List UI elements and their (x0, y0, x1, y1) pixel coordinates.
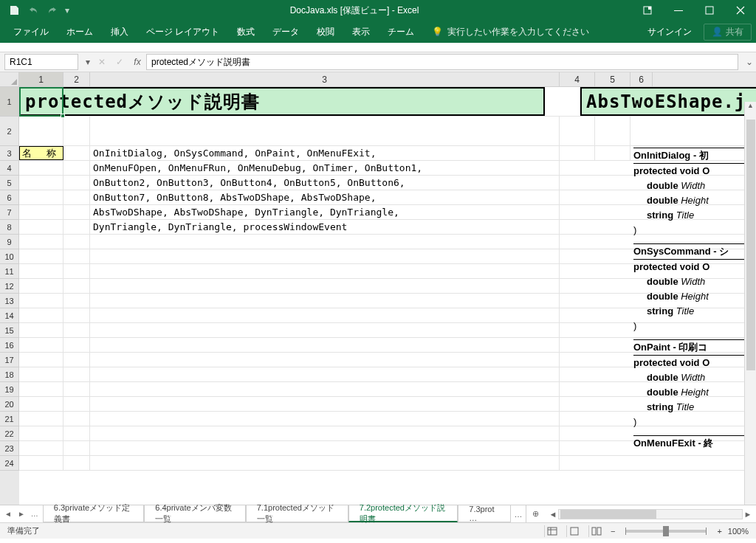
row-header[interactable]: 13 (0, 294, 19, 308)
insert-function-icon[interactable]: fx (128, 57, 146, 67)
cell[interactable] (90, 353, 560, 367)
code-close[interactable]: ) (633, 223, 752, 238)
row-header[interactable]: 4 (0, 161, 19, 176)
cell[interactable] (19, 117, 63, 145)
cell[interactable] (19, 323, 63, 337)
tell-me-search[interactable]: 💡 実行したい作業を入力してください (432, 26, 589, 38)
row-header[interactable]: 19 (0, 382, 19, 397)
tab-review[interactable]: 校閲 (308, 21, 343, 43)
row-header[interactable]: 15 (0, 323, 19, 338)
cell-title-right[interactable]: AbsTwoEShape.j (580, 87, 756, 116)
cell[interactable] (90, 279, 560, 293)
name-box-dropdown-icon[interactable]: ▾ (83, 57, 93, 67)
cell[interactable] (63, 146, 90, 160)
cell-method-line[interactable]: AbsTwoDShape, AbsTwoDShape, DynTriangle,… (90, 205, 560, 219)
row-header[interactable]: 17 (0, 353, 19, 367)
cell[interactable] (19, 367, 63, 381)
code-close[interactable]: ) (633, 319, 752, 333)
row-header[interactable]: 22 (0, 426, 19, 441)
minimize-icon[interactable] (663, 0, 694, 21)
name-box[interactable]: R1C1 (4, 54, 78, 70)
cell-label-name[interactable]: 名 称 (19, 146, 63, 160)
code-head[interactable]: OnMenuFExit - 終 (633, 435, 752, 451)
cell[interactable] (63, 294, 90, 308)
horizontal-scrollbar-thumb[interactable] (560, 510, 656, 519)
new-sheet-icon[interactable]: ⊕ (526, 505, 545, 522)
cell[interactable] (63, 264, 90, 278)
cell[interactable] (63, 367, 90, 381)
sheet-tab-active[interactable]: 7.2protectedメソッド説明書 (348, 505, 458, 522)
row-header[interactable]: 2 (0, 117, 19, 146)
cell[interactable] (90, 308, 560, 322)
cell-method-line[interactable]: OnMenuFOpen, OnMenuFRun, OnMenuDebug, On… (90, 161, 560, 175)
code-head[interactable]: OnPaint - 印刷コ (633, 339, 752, 356)
cell[interactable] (63, 426, 90, 440)
cell[interactable] (595, 146, 630, 160)
cell[interactable] (63, 117, 90, 145)
zoom-in-icon[interactable]: + (717, 527, 721, 536)
tab-home[interactable]: ホーム (58, 21, 102, 43)
tab-page-layout[interactable]: ページ レイアウト (137, 21, 228, 43)
formula-bar-expand-icon[interactable]: ⌄ (743, 57, 756, 67)
cell-title-main[interactable]: protectedメソッド説明書 (19, 87, 545, 116)
cell[interactable] (90, 249, 560, 263)
code-decl[interactable]: protected void O (633, 356, 752, 370)
sheet-tab[interactable]: 6.3privateメソッド定義書 (43, 505, 144, 522)
row-header[interactable]: 23 (0, 441, 19, 456)
view-page-break-icon[interactable] (588, 525, 605, 537)
cell[interactable] (19, 353, 63, 367)
row-header[interactable]: 7 (0, 205, 19, 220)
column-header[interactable]: 6 (630, 72, 653, 86)
cell[interactable] (90, 456, 560, 470)
column-header[interactable] (653, 72, 756, 86)
cell[interactable] (19, 279, 63, 293)
sheet-tab[interactable]: 6.4privateメンバ変数一覧 (144, 505, 245, 522)
formula-input[interactable]: protectedメソッド説明書 (146, 54, 738, 70)
cell[interactable] (19, 220, 63, 234)
cell[interactable] (19, 412, 63, 426)
cell-method-line[interactable]: DynTriangle, DynTriangle, processWindowE… (90, 220, 560, 234)
row-header[interactable]: 5 (0, 176, 19, 190)
sheet-tab[interactable]: 7.3prot … (458, 505, 510, 522)
cell[interactable] (19, 235, 63, 249)
vertical-scrollbar[interactable]: ▲ (744, 102, 756, 505)
tab-team[interactable]: チーム (379, 21, 423, 43)
row-header[interactable]: 24 (0, 456, 19, 471)
view-normal-icon[interactable] (544, 525, 560, 537)
row-header[interactable]: 18 (0, 367, 19, 382)
row-header[interactable]: 3 (0, 146, 19, 161)
enter-formula-icon[interactable]: ✓ (111, 57, 128, 67)
cell[interactable] (19, 294, 63, 308)
horizontal-scrollbar[interactable]: ◄ ► (545, 505, 756, 522)
code-head[interactable]: OnSysCommand - シ (633, 243, 752, 260)
view-page-layout-icon[interactable] (566, 525, 583, 537)
sheet-tab[interactable]: 7.1protectedメソッド一覧 (246, 505, 348, 522)
tab-file[interactable]: ファイル (4, 21, 58, 43)
tab-first-icon[interactable]: ◄ (4, 510, 12, 518)
cell[interactable] (63, 190, 90, 204)
cell[interactable] (63, 338, 90, 352)
cell[interactable] (90, 338, 560, 352)
cell[interactable] (90, 117, 560, 145)
cell[interactable] (19, 426, 63, 440)
cell[interactable] (63, 235, 90, 249)
row-header[interactable]: 12 (0, 279, 19, 294)
save-icon[interactable] (6, 2, 22, 18)
cell[interactable] (63, 308, 90, 322)
cells-area[interactable]: protectedメソッド説明書 AbsTwoEShape.j 名 称 OnIn… (19, 87, 756, 505)
code-close[interactable]: ) (633, 415, 752, 429)
cell[interactable] (63, 176, 90, 190)
close-icon[interactable] (725, 0, 756, 21)
cell[interactable] (90, 426, 560, 440)
cell[interactable] (63, 220, 90, 234)
cell[interactable] (63, 397, 90, 411)
tab-data[interactable]: データ (264, 21, 308, 43)
hscroll-left-icon[interactable]: ◄ (548, 510, 558, 519)
undo-icon[interactable] (25, 2, 41, 18)
tab-next-icon[interactable]: ► (18, 510, 25, 518)
cell[interactable] (63, 323, 90, 337)
row-header[interactable]: 6 (0, 190, 19, 205)
row-header[interactable]: 10 (0, 249, 19, 264)
cell[interactable] (545, 87, 580, 116)
row-header[interactable]: 1 (0, 87, 19, 117)
